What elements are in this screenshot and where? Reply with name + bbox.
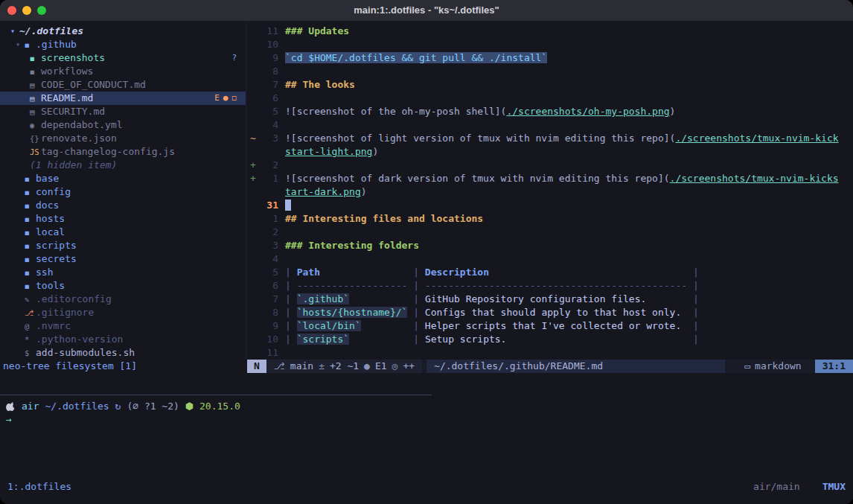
folder-icon: ◼ [25, 226, 36, 239]
diff-stats: +2 ~1 [330, 360, 359, 373]
editor-line[interactable]: 7## The looks [247, 78, 853, 92]
tree-item[interactable]: ◉dependabot.yml [0, 118, 246, 132]
neotree-statusline: neo-tree filesystem [1] [0, 360, 246, 373]
tree-item[interactable]: ◼scripts [0, 239, 246, 252]
editor-line[interactable]: 6| ------------------- | ---------------… [247, 279, 853, 293]
editor-line[interactable]: 11 [247, 346, 853, 360]
line-number: 8 [259, 306, 278, 319]
tree-item[interactable]: ◼screenshots? [0, 51, 246, 65]
gutter-sign [247, 252, 259, 266]
line-number: 6 [259, 279, 278, 293]
editor-line[interactable]: 4 [247, 118, 853, 132]
tree-item[interactable]: ▤README.mdE●◻ [0, 92, 246, 105]
terminal-content[interactable]: ▾~/.dotfiles▾◼.github◼screenshots?◼workf… [0, 21, 853, 504]
folder-icon: ◼ [30, 65, 41, 78]
gutter-sign [247, 346, 259, 360]
tree-item[interactable]: @.nvmrc [0, 319, 246, 333]
tree-item-label: .editorconfig [36, 293, 112, 306]
tree-item-label: tag-changelog-config.js [41, 145, 175, 159]
line-number [259, 185, 278, 199]
editor-line[interactable]: +1![screenshot of dark version of tmux w… [247, 172, 853, 185]
shell-pane[interactable]: air~/.dotfiles↻(⌀ ?1 ~2)⬢ 20.15.0 → [6, 400, 847, 427]
gutter-sign [247, 185, 259, 199]
editor-line[interactable]: 10 [247, 38, 853, 51]
line-number: 2 [259, 159, 278, 172]
tmux-window-label[interactable]: 1:.dotfiles [7, 480, 71, 494]
editor-line[interactable]: 9`cd $HOME/.dotfiles && git pull && ./in… [247, 51, 853, 65]
tree-item-label: ssh [36, 266, 53, 279]
window-title: main:1:.dotfiles - "ks~/.dotfiles" [354, 4, 499, 17]
gutter-sign [247, 51, 259, 65]
editor-line[interactable]: start-light.png) [247, 145, 853, 159]
tree-item[interactable]: ◼ssh [0, 266, 246, 279]
tree-item[interactable]: ✎.editorconfig [0, 293, 246, 306]
line-number: 9 [259, 319, 278, 333]
tree-item-label: scripts [36, 239, 77, 252]
line-number: 4 [259, 252, 278, 266]
editor-line[interactable]: 5![screenshot of the oh-my-posh shell](.… [247, 105, 853, 118]
tree-item[interactable]: ▾~/.dotfiles [0, 25, 246, 38]
line-number: 31 [259, 199, 278, 212]
editor-line[interactable]: 5| Path | Description | [247, 266, 853, 279]
editor-line[interactable]: 1## Interesting files and locations [247, 212, 853, 226]
updates-count: ++ [403, 360, 415, 373]
tree-item[interactable]: ⎇.gitignore [0, 306, 246, 319]
tree-item[interactable]: ◼tools [0, 279, 246, 293]
tree-item[interactable]: *.python-version [0, 333, 246, 346]
editor-line[interactable]: 2 [247, 226, 853, 239]
gutter-sign [247, 306, 259, 319]
expander-icon[interactable]: ▾ [10, 25, 19, 38]
editor-line[interactable]: tart-dark.png) [247, 185, 853, 199]
close-button[interactable] [7, 6, 16, 15]
tree-item[interactable]: ▾◼.github [0, 38, 246, 51]
tree-item[interactable]: (1 hidden item) [0, 159, 246, 172]
tree-item-badges: E●◻ [214, 92, 237, 105]
git-icon: ⎇ [25, 306, 36, 319]
editor-line[interactable]: 3### Interesting folders [247, 239, 853, 252]
editor-line[interactable]: 6 [247, 92, 853, 105]
updates-icon: ◎ [392, 360, 398, 373]
editor-line[interactable]: 10| `scripts` | Setup scripts. | [247, 333, 853, 346]
tree-item-label: config [36, 185, 71, 199]
tree-item[interactable]: ◼local [0, 226, 246, 239]
tree-item[interactable]: $add-submodules.sh [0, 346, 246, 360]
gutter-sign [247, 38, 259, 51]
gutter-sign [247, 226, 259, 239]
editor-line[interactable]: 11### Updates [247, 25, 853, 38]
minimize-button[interactable] [22, 6, 31, 15]
tree-item[interactable]: ◼docs [0, 199, 246, 212]
tree-item-badges: ? [231, 51, 237, 65]
editor-line[interactable]: 31 [247, 199, 853, 212]
gutter-sign [247, 266, 259, 279]
tree-item[interactable]: ◼config [0, 185, 246, 199]
zoom-button[interactable] [37, 6, 46, 15]
neotree-panel[interactable]: ▾~/.dotfiles▾◼.github◼screenshots?◼workf… [0, 21, 246, 360]
editor-line[interactable]: 9| `local/bin` | Helper scripts that I'v… [247, 319, 853, 333]
editor-line[interactable]: 8| `hosts/{hostname}/` | Configs that sh… [247, 306, 853, 319]
branch-name: main [290, 360, 313, 373]
editor-line[interactable]: +2 [247, 159, 853, 172]
line-number: 9 [259, 51, 278, 65]
tree-item[interactable]: ◼base [0, 172, 246, 185]
folder-open-icon: ◼ [25, 38, 36, 51]
diagnostics-count: E1 [375, 360, 387, 373]
tree-item[interactable]: ▤SECURITY.md [0, 105, 246, 118]
python-icon: * [25, 333, 36, 346]
tree-item[interactable]: ◼workflows [0, 65, 246, 78]
editor-line[interactable]: 7| `.github` | GitHub Repository configu… [247, 293, 853, 306]
filetype-label: markdown [755, 360, 802, 373]
apple-icon [6, 401, 16, 412]
expander-icon[interactable]: ▾ [16, 38, 25, 51]
line-number: 7 [259, 78, 278, 92]
editor-line[interactable]: ~3![screenshot of light version of tmux … [247, 132, 853, 145]
tree-item-label: .nvmrc [36, 319, 71, 333]
editor-line[interactable]: 4 [247, 252, 853, 266]
tree-item[interactable]: JStag-changelog-config.js [0, 145, 246, 159]
editor-lines: 11### Updates 10 9`cd $HOME/.dotfiles &&… [247, 25, 853, 360]
editor-line[interactable]: 8 [247, 65, 853, 78]
tree-item[interactable]: ◼secrets [0, 252, 246, 266]
tree-item[interactable]: ▤CODE_OF_CONDUCT.md [0, 78, 246, 92]
editor-panel[interactable]: 11### Updates 10 9`cd $HOME/.dotfiles &&… [247, 21, 853, 360]
tree-item[interactable]: {}renovate.json [0, 132, 246, 145]
tree-item[interactable]: ◼hosts [0, 212, 246, 226]
